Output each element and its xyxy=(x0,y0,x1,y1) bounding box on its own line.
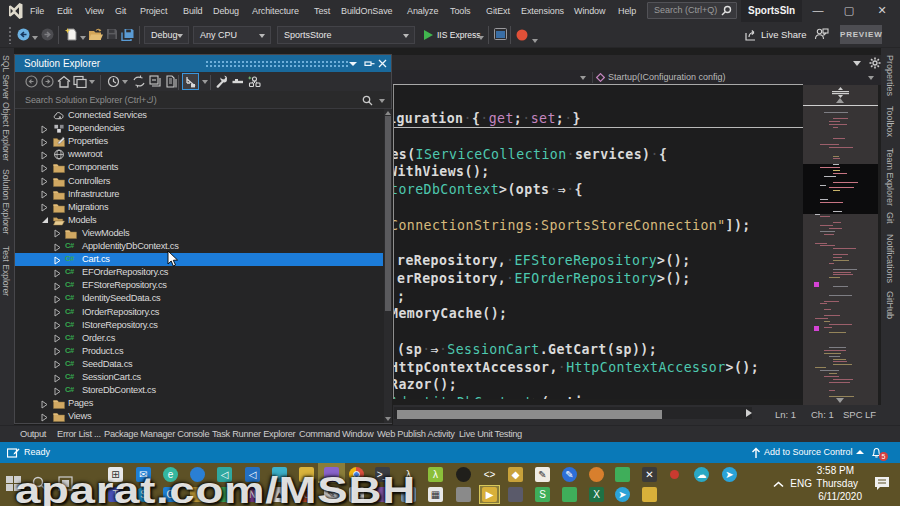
window-position-dropdown[interactable] xyxy=(349,62,357,66)
tree-item-appidentitydbcontext-cs[interactable]: C#AppIdentityDbContext.cs xyxy=(15,240,383,253)
tool-tab-properties[interactable]: Properties xyxy=(885,55,895,96)
menu-debug[interactable]: Debug xyxy=(213,0,239,22)
tree-item-controllers[interactable]: Controllers xyxy=(15,175,383,188)
chevron-collapsed-icon[interactable] xyxy=(54,308,61,317)
tree-item-iorderrepository-cs[interactable]: C#IOrderRepository.cs xyxy=(15,306,383,319)
sync-active-dropdown[interactable] xyxy=(202,80,208,84)
startup-project-combo[interactable]: SportsStore xyxy=(277,26,415,44)
close-panel-icon[interactable] xyxy=(377,58,388,69)
tray-expand-chevron[interactable] xyxy=(773,481,784,488)
close-button[interactable]: ✕ xyxy=(871,0,893,20)
menu-edit[interactable]: Edit xyxy=(57,0,72,22)
tray-language[interactable]: ENG xyxy=(790,478,812,489)
tree-item-cart-cs[interactable]: C#Cart.cs xyxy=(15,253,383,266)
chevron-collapsed-icon[interactable] xyxy=(41,125,48,134)
action-center-icon[interactable] xyxy=(874,476,890,491)
properties-wrench-icon[interactable] xyxy=(215,75,228,88)
chevron-collapsed-icon[interactable] xyxy=(54,374,61,383)
tool-tab-notifications[interactable]: Notifications xyxy=(885,234,895,283)
chevron-collapsed-icon[interactable] xyxy=(41,177,48,186)
bottom-tab-package-manager-console[interactable]: Package Manager Console xyxy=(104,426,209,443)
chevron-collapsed-icon[interactable] xyxy=(54,321,61,330)
run-target-label[interactable]: IIS Express xyxy=(437,27,480,43)
tree-item-infrastructure[interactable]: Infrastructure xyxy=(15,188,383,201)
menu-git[interactable]: Git xyxy=(115,0,126,22)
se-forward-icon[interactable] xyxy=(41,75,54,88)
chevron-collapsed-icon[interactable] xyxy=(41,151,48,160)
toolbar-grip[interactable] xyxy=(8,26,13,44)
chevron-collapsed-icon[interactable] xyxy=(54,387,61,396)
add-item-icon[interactable] xyxy=(247,75,261,88)
bottom-tab-live-unit-testing[interactable]: Live Unit Testing xyxy=(459,426,522,443)
taskbar-icon-red-ball[interactable] xyxy=(670,470,679,479)
open-file-button[interactable] xyxy=(88,28,103,41)
tool-tab-team-explorer[interactable]: Team Explorer xyxy=(885,148,895,206)
switch-views-dropdown[interactable] xyxy=(89,80,95,84)
bottom-tab-error-list-[interactable]: Error List ... xyxy=(57,426,101,443)
record-button[interactable] xyxy=(516,29,528,41)
tree-item-sessioncart-cs[interactable]: C#SessionCart.cs xyxy=(15,371,383,384)
menu-project[interactable]: Project xyxy=(140,0,167,22)
scroll-down-arrow[interactable] xyxy=(836,398,844,403)
chevron-collapsed-icon[interactable] xyxy=(54,347,61,356)
taskbar-icon-folder-taskbar[interactable] xyxy=(642,487,657,502)
pending-changes-dropdown[interactable] xyxy=(122,80,128,84)
tray-time[interactable]: 3:58 PM xyxy=(817,465,854,476)
scroll-up-arrow[interactable] xyxy=(836,98,844,103)
code-editor[interactable]: iguration·{·get;·set;·}ces(IServiceColle… xyxy=(393,85,803,399)
tree-item-wwwroot[interactable]: wwwroot xyxy=(15,148,383,161)
horizontal-scrollbar-thumb[interactable] xyxy=(397,410,662,419)
back-dropdown[interactable] xyxy=(32,36,38,40)
run-dropdown[interactable] xyxy=(478,36,484,40)
chevron-expanded-icon[interactable] xyxy=(41,216,49,224)
chevron-collapsed-icon[interactable] xyxy=(41,190,48,199)
se-scrollbar[interactable] xyxy=(384,109,392,423)
chevron-collapsed-icon[interactable] xyxy=(54,269,61,278)
collapse-all-icon[interactable] xyxy=(149,75,162,88)
se-search-dropdown[interactable] xyxy=(379,99,385,103)
tray-date[interactable]: 6/11/2020 xyxy=(818,491,862,502)
live-share-button[interactable]: Live Share xyxy=(761,27,806,43)
tree-item-pages[interactable]: Pages xyxy=(15,397,383,410)
indent-indicator[interactable]: SPC xyxy=(843,405,863,425)
menu-analyze[interactable]: Analyze xyxy=(407,0,438,22)
menu-test[interactable]: Test xyxy=(314,0,330,22)
splitter-handle-icon[interactable] xyxy=(832,87,849,98)
menu-extensions[interactable]: Extensions xyxy=(521,0,564,22)
browser-link-button[interactable] xyxy=(494,28,507,40)
feedback-icon[interactable] xyxy=(814,27,829,42)
bottom-tab-web-publish-activity[interactable]: Web Publish Activity xyxy=(377,426,455,443)
column-indicator[interactable]: Ch: 1 xyxy=(811,405,834,425)
sync-icon[interactable] xyxy=(132,75,146,88)
se-back-icon[interactable] xyxy=(25,75,38,88)
chevron-collapsed-icon[interactable] xyxy=(41,203,48,212)
pending-changes-filter-icon[interactable] xyxy=(107,75,120,88)
chevron-collapsed-icon[interactable] xyxy=(54,360,61,369)
start-debug-button[interactable] xyxy=(423,29,434,41)
save-all-button[interactable] xyxy=(121,28,134,41)
chevron-collapsed-icon[interactable] xyxy=(41,164,48,173)
tree-item-identityseeddata-cs[interactable]: C#IdentitySeedData.cs xyxy=(15,292,383,305)
se-scroll-down[interactable] xyxy=(385,417,391,421)
scroll-right-arrow[interactable] xyxy=(746,409,752,417)
menu-tools[interactable]: Tools xyxy=(450,0,471,22)
chevron-collapsed-icon[interactable] xyxy=(41,400,48,409)
pin-icon[interactable] xyxy=(364,58,375,69)
minimap-scrollbar[interactable] xyxy=(803,85,878,418)
maximize-button[interactable]: ▢ xyxy=(838,0,860,20)
tree-item-viewmodels[interactable]: ViewModels xyxy=(15,227,383,240)
chevron-collapsed-icon[interactable] xyxy=(54,334,61,343)
tree-item-istorerepository-cs[interactable]: C#IStoreRepository.cs xyxy=(15,319,383,332)
chevron-collapsed-icon[interactable] xyxy=(54,229,61,238)
taskbar-icon-telegram[interactable]: ➤ xyxy=(722,467,737,482)
tool-tab-sql-server-object-explorer[interactable]: SQL Server Object Explorer xyxy=(1,55,11,161)
sync-with-active-document-button[interactable] xyxy=(182,73,199,90)
home-icon[interactable] xyxy=(57,75,71,88)
taskbar-icon-dark-x[interactable]: ✕ xyxy=(642,467,657,482)
quick-search-box[interactable]: Search (Ctrl+Q) xyxy=(647,2,737,19)
tool-tab-toolbox[interactable]: Toolbox xyxy=(885,106,895,137)
tree-item-models[interactable]: Models xyxy=(15,214,383,227)
types-dropdown[interactable] xyxy=(580,76,586,80)
menu-window[interactable]: Window xyxy=(574,0,605,22)
line-indicator[interactable]: Ln: 1 xyxy=(775,405,796,425)
